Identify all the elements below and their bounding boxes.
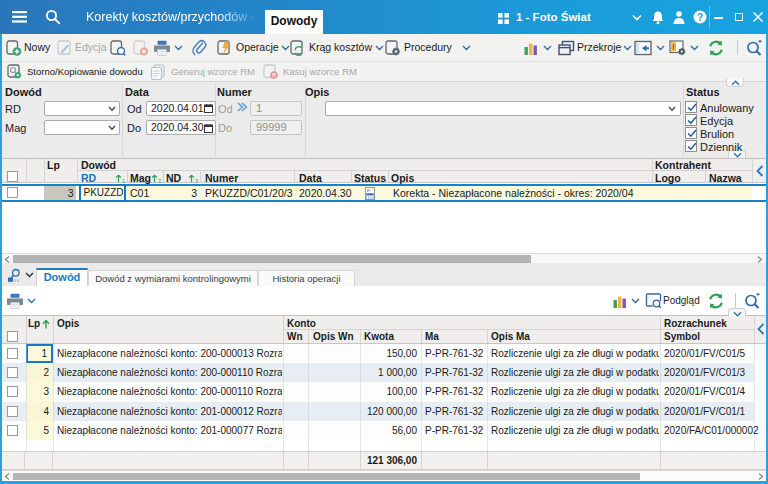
svg-text:2: 2 xyxy=(158,177,161,183)
svg-text:?: ? xyxy=(697,12,703,23)
svg-text:3: 3 xyxy=(195,177,198,183)
svg-text:1: 1 xyxy=(122,177,125,183)
svg-text:!: ! xyxy=(672,42,675,52)
